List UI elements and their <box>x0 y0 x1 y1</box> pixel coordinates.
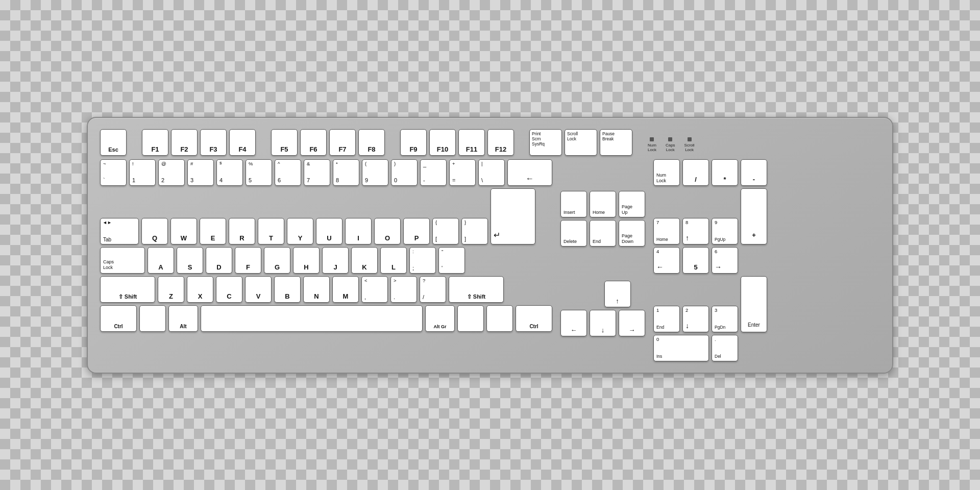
key-left-shift[interactable]: ⇧ Shift <box>100 276 155 303</box>
key-0[interactable]: ) 0 <box>391 159 418 186</box>
key-page-up[interactable]: PageUp <box>619 191 645 217</box>
key-num-divide[interactable]: / <box>682 159 709 186</box>
key-space[interactable] <box>201 305 423 332</box>
key-insert[interactable]: Insert <box>560 191 587 217</box>
key-i[interactable]: I <box>345 218 372 244</box>
key-h[interactable]: H <box>293 247 320 274</box>
key-num-6[interactable]: 6 → <box>712 247 738 274</box>
key-b[interactable]: B <box>274 276 301 303</box>
key-num-2[interactable]: 2 ↓ <box>682 306 709 332</box>
key-f2[interactable]: F2 <box>171 129 198 156</box>
key-end[interactable]: End <box>590 220 616 247</box>
key-w[interactable]: W <box>170 218 197 244</box>
key-n[interactable]: N <box>303 276 330 303</box>
key-num-0[interactable]: 0 Ins <box>653 335 709 361</box>
key-6[interactable]: ^ 6 <box>275 159 301 186</box>
key-f5[interactable]: F5 <box>271 129 298 156</box>
key-page-down[interactable]: PageDown <box>619 220 645 247</box>
key-num-enter[interactable]: Enter <box>741 276 767 332</box>
key-r[interactable]: R <box>229 218 255 244</box>
key-backtick[interactable]: ~ ` <box>100 159 127 186</box>
key-4[interactable]: $ 4 <box>216 159 243 186</box>
key-num-3[interactable]: 3 PgDn <box>712 306 738 332</box>
key-num-5[interactable]: 5 <box>682 247 709 274</box>
key-arrow-left[interactable]: ← <box>560 310 587 336</box>
key-print-screen[interactable]: PrintScrnSysRq <box>529 129 562 156</box>
key-t[interactable]: T <box>258 218 284 244</box>
key-apostrophe[interactable]: " ' <box>438 247 465 274</box>
key-f[interactable]: F <box>235 247 261 274</box>
key-home[interactable]: Home <box>590 191 616 217</box>
key-semicolon[interactable]: : ; <box>409 247 436 274</box>
key-menu[interactable] <box>486 305 513 332</box>
key-num-plus[interactable]: + <box>741 188 767 244</box>
key-f11[interactable]: F11 <box>458 129 485 156</box>
key-f12[interactable]: F12 <box>487 129 514 156</box>
key-right-ctrl[interactable]: Ctrl <box>516 305 552 332</box>
key-num-multiply[interactable]: * <box>712 159 738 186</box>
key-v[interactable]: V <box>245 276 272 303</box>
key-e[interactable]: E <box>200 218 226 244</box>
key-f1[interactable]: F1 <box>142 129 168 156</box>
key-esc[interactable]: Esc <box>100 129 127 156</box>
key-z[interactable]: Z <box>158 276 184 303</box>
key-5[interactable]: % 5 <box>246 159 272 186</box>
key-d[interactable]: D <box>206 247 232 274</box>
key-left-bracket[interactable]: { [ <box>432 218 459 244</box>
key-right-bracket[interactable]: } ] <box>461 218 488 244</box>
key-left-win[interactable] <box>139 305 166 332</box>
key-arrow-down[interactable]: ↓ <box>590 310 616 336</box>
key-arrow-right[interactable]: → <box>619 310 645 336</box>
key-arrow-up[interactable]: ↑ <box>604 281 631 307</box>
key-equals[interactable]: + = <box>449 159 476 186</box>
key-comma[interactable]: < , <box>361 276 388 303</box>
key-j[interactable]: J <box>322 247 349 274</box>
key-num-7[interactable]: 7 Home <box>653 218 680 244</box>
key-num-lock[interactable]: NumLock <box>653 159 680 186</box>
key-delete[interactable]: Delete <box>560 220 587 247</box>
key-num-1[interactable]: 1 End <box>653 306 680 332</box>
key-num-minus[interactable]: - <box>741 159 767 186</box>
key-o[interactable]: O <box>374 218 401 244</box>
key-altgr[interactable]: Alt Gr <box>425 305 455 332</box>
key-backspace[interactable]: ← <box>507 159 552 186</box>
key-m[interactable]: M <box>332 276 359 303</box>
key-pause-break[interactable]: PauseBreak <box>600 129 632 156</box>
key-left-alt[interactable]: Alt <box>168 305 198 332</box>
key-a[interactable]: A <box>148 247 174 274</box>
key-num-4[interactable]: 4 ← <box>653 247 680 274</box>
key-right-win[interactable] <box>457 305 484 332</box>
key-q[interactable]: Q <box>141 218 168 244</box>
key-f3[interactable]: F3 <box>200 129 227 156</box>
key-scroll-lock[interactable]: ScrollLock <box>565 129 597 156</box>
key-num-8[interactable]: 8 ↑ <box>682 218 709 244</box>
key-p[interactable]: P <box>403 218 430 244</box>
key-f4[interactable]: F4 <box>229 129 256 156</box>
key-9[interactable]: ( 9 <box>362 159 388 186</box>
key-enter[interactable]: ↵ <box>491 188 535 244</box>
key-f9[interactable]: F9 <box>400 129 427 156</box>
key-num-del[interactable]: . Del <box>712 335 738 361</box>
key-num-9[interactable]: 9 PgUp <box>712 218 738 244</box>
key-right-shift[interactable]: ⇧ Shift <box>449 276 504 303</box>
key-caps-lock[interactable]: CapsLock <box>100 247 145 274</box>
key-g[interactable]: G <box>264 247 290 274</box>
key-backslash[interactable]: | \ <box>478 159 505 186</box>
key-f10[interactable]: F10 <box>429 129 456 156</box>
key-k[interactable]: K <box>351 247 378 274</box>
key-left-ctrl[interactable]: Ctrl <box>100 305 137 332</box>
key-f8[interactable]: F8 <box>358 129 385 156</box>
key-7[interactable]: & 7 <box>304 159 330 186</box>
key-u[interactable]: U <box>316 218 342 244</box>
key-s[interactable]: S <box>177 247 203 274</box>
key-l[interactable]: L <box>380 247 407 274</box>
key-f6[interactable]: F6 <box>300 129 327 156</box>
key-c[interactable]: C <box>216 276 242 303</box>
key-period[interactable]: > . <box>390 276 417 303</box>
key-8[interactable]: * 8 <box>333 159 359 186</box>
key-x[interactable]: X <box>187 276 213 303</box>
key-3[interactable]: # 3 <box>187 159 214 186</box>
key-y[interactable]: Y <box>287 218 313 244</box>
key-1[interactable]: ! 1 <box>129 159 156 186</box>
key-slash[interactable]: ? / <box>420 276 446 303</box>
